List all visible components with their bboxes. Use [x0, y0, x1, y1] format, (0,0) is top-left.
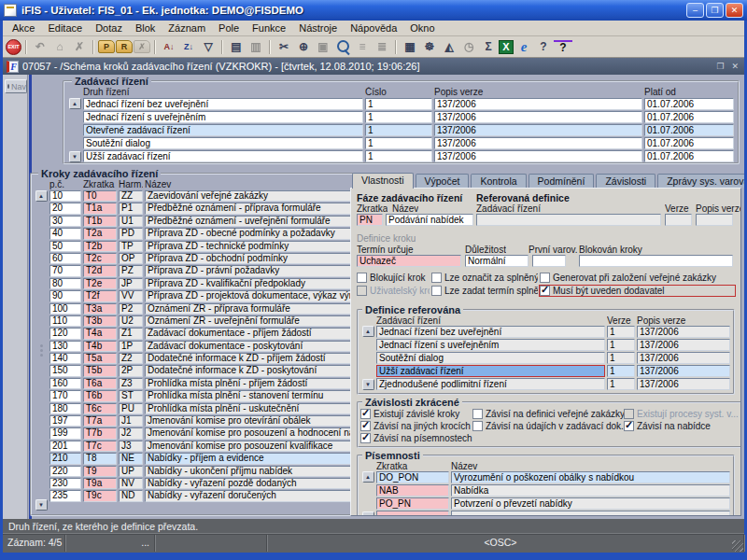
tab[interactable]: Zprávy sys. varování — [657, 174, 744, 188]
menu-item[interactable]: Dotaz — [89, 21, 129, 35]
cancel-query-icon[interactable]: ✗ — [134, 40, 150, 53]
nazev-cell[interactable]: Nabídky - vyřazení doručených — [145, 490, 380, 501]
tab[interactable]: Kontrola — [471, 174, 526, 188]
harm-cell[interactable]: P2 — [119, 303, 143, 315]
zkratka-cell[interactable]: T3a — [83, 303, 117, 315]
checkbox-zavisi-na-definici-vz[interactable]: Závisí na definici veřejné zakázky — [472, 409, 624, 419]
pc-cell[interactable]: 210 — [49, 453, 81, 464]
execute-query-icon[interactable]: R — [116, 40, 133, 53]
popis-verze-cell[interactable]: 137/2006 — [637, 339, 730, 351]
harm-cell[interactable]: PU — [119, 403, 143, 414]
cislo-cell[interactable]: 1 — [365, 111, 432, 123]
harm-cell[interactable]: JP — [119, 278, 143, 289]
checkbox-lze-oznacit-za-splneny[interactable]: Lze označit za splněný — [431, 273, 538, 283]
nazev-cell[interactable]: Prohlídka místa plnění - příjem žádostí — [145, 378, 380, 389]
harm-cell[interactable]: Ž3 — [119, 378, 143, 389]
menu-item[interactable]: Záznam — [162, 21, 212, 35]
harm-cell[interactable]: TP — [119, 241, 143, 252]
checkbox-generovat-pri-zalozeni[interactable]: Generovat při založení veřejné zakázky — [540, 273, 735, 283]
popis-verze-cell[interactable]: 137/2006 — [637, 378, 730, 390]
cislo-cell[interactable]: 1 — [365, 98, 432, 110]
maximize-button[interactable]: ❐ — [706, 3, 724, 18]
scroll-down-icon[interactable]: ▼ — [35, 499, 48, 511]
nav-button[interactable]: Nav — [5, 79, 27, 93]
print-icon[interactable]: ▤ — [227, 38, 246, 56]
dulezitost-field[interactable]: Normální — [465, 255, 529, 267]
pc-cell[interactable]: 199 — [49, 427, 81, 439]
verze-cell[interactable]: 1 — [607, 326, 635, 338]
checkbox-lze-zadat-termin-splneni[interactable]: Lze zadat termín splnění — [431, 286, 538, 296]
sort-asc-icon[interactable]: A↓ — [160, 38, 178, 56]
menu-item[interactable]: Okno — [403, 21, 441, 35]
zkratka-cell[interactable]: T4b — [83, 341, 117, 352]
resize-grip[interactable] — [732, 540, 743, 552]
checkbox-box[interactable] — [360, 421, 371, 431]
zkratka-cell[interactable]: T5a — [83, 353, 117, 364]
zkratka-cell[interactable]: T6b — [83, 390, 117, 401]
search-icon[interactable] — [333, 38, 352, 56]
paste-icon[interactable]: ⊕ — [294, 38, 313, 56]
harm-cell[interactable]: J1 — [119, 415, 143, 427]
close-button[interactable]: ✕ — [726, 3, 743, 18]
mdi-restore-icon[interactable]: ❐ — [714, 62, 726, 71]
harm-cell[interactable]: J3 — [119, 441, 143, 452]
nazev-cell[interactable]: Příprava ZD - obecné podmínky a požadavk… — [145, 228, 380, 239]
menu-item[interactable]: Akce — [6, 21, 41, 35]
pc-cell[interactable]: 110 — [49, 315, 81, 327]
nazev-cell[interactable]: Nabídky - vyřazení pozdě dodaných — [145, 478, 380, 489]
zkratka-cell[interactable]: T0 — [83, 190, 117, 202]
verze-cell[interactable]: 1 — [607, 352, 635, 364]
harm-cell[interactable]: VV — [119, 290, 143, 301]
pc-cell[interactable]: 80 — [49, 278, 81, 289]
cislo-cell[interactable]: 1 — [365, 137, 432, 149]
zkratka-cell[interactable] — [376, 511, 449, 516]
pc-cell[interactable]: 140 — [49, 353, 81, 364]
checkbox-existuji-zavisle-kroky[interactable]: Existují závislé kroky — [360, 409, 472, 419]
nazev-cell[interactable]: Zadávací dokumentace - příjem žádostí — [145, 328, 380, 339]
zkratka-cell[interactable]: T2b — [83, 241, 117, 252]
druh-rizeni-cell[interactable]: Soutěžní dialog — [83, 137, 363, 149]
pc-cell[interactable]: 160 — [49, 378, 81, 389]
zkratka-cell[interactable]: T7c — [83, 441, 117, 452]
checkbox-box[interactable] — [472, 421, 483, 431]
pc-cell[interactable]: 230 — [49, 478, 81, 489]
zkratka-cell[interactable]: T9c — [83, 490, 117, 501]
plati-od-cell[interactable]: 01.07.2006 — [644, 124, 734, 136]
harm-cell[interactable]: 2P — [119, 365, 143, 376]
blokovan-kroky-field[interactable] — [579, 255, 733, 267]
toolbar-icon[interactable] — [395, 40, 397, 54]
harm-cell[interactable]: NE — [119, 453, 143, 464]
sum-icon[interactable]: Σ — [479, 38, 498, 56]
tab[interactable]: Výpočet — [416, 174, 470, 188]
zkratka-cell[interactable]: T6c — [83, 403, 117, 414]
pc-cell[interactable]: 220 — [49, 466, 81, 477]
checkbox-box[interactable] — [431, 286, 442, 296]
popis-verze-cell[interactable]: 137/2006 — [637, 365, 730, 377]
plati-od-cell[interactable]: 01.07.2006 — [644, 150, 734, 162]
browser-icon[interactable]: e — [514, 38, 533, 56]
pc-cell[interactable]: 201 — [49, 441, 81, 452]
popis-verze-cell[interactable]: 137/2006 — [637, 326, 730, 338]
plati-od-cell[interactable]: 01.07.2006 — [644, 111, 734, 123]
cislo-cell[interactable]: 1 — [365, 150, 432, 162]
nazev-cell[interactable]: Dodatečné informace k ZD - příjem žádost… — [145, 353, 380, 364]
cut-icon[interactable]: ✂ — [275, 38, 293, 56]
checkbox-zavisi-na-nabidce[interactable]: Závisí na nabídce — [624, 421, 739, 431]
scrollbar[interactable]: ▲ ▼ — [68, 98, 81, 162]
harm-cell[interactable]: PD — [119, 228, 143, 239]
clock-icon[interactable]: ◷ — [459, 38, 478, 56]
ref-popis-field[interactable] — [696, 214, 733, 226]
nazev-cell[interactable]: Dodatečné informace k ZD - poskytování — [145, 365, 380, 376]
zkratka-cell[interactable]: T6a — [83, 378, 117, 389]
checkbox-box[interactable] — [540, 273, 550, 283]
scroll-down-icon[interactable]: ▼ — [69, 151, 81, 162]
clear-record-icon[interactable]: ✗ — [70, 38, 89, 56]
menu-item[interactable]: Nápověda — [344, 21, 403, 35]
tab[interactable]: Vlastnosti — [352, 173, 414, 189]
checkbox-box[interactable] — [624, 421, 634, 431]
minimize-button[interactable]: – — [686, 3, 704, 18]
menu-item[interactable]: Funkce — [246, 21, 292, 35]
pc-cell[interactable]: 50 — [49, 241, 81, 252]
checkbox-uzivatelsky-krok[interactable]: Uživatelský krok — [357, 286, 430, 296]
zadavaci-rizeni-cell[interactable]: Zjednodušené podlimitní řízení — [376, 378, 605, 390]
